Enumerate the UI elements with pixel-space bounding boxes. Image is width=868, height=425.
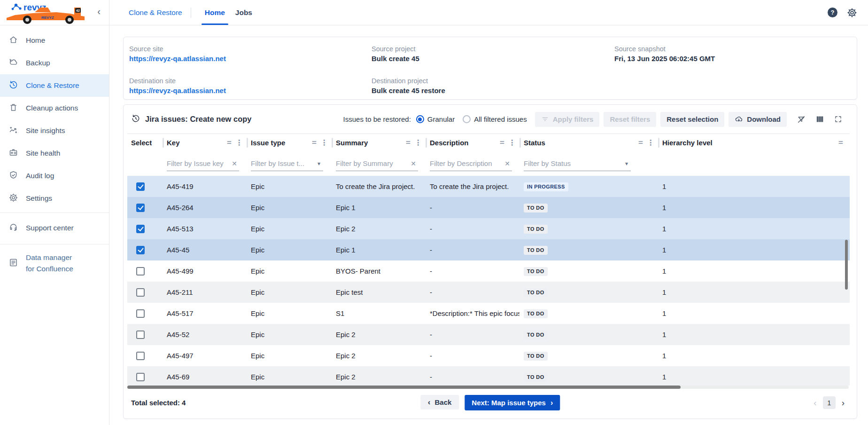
horizontal-scrollbar-thumb[interactable] [127, 386, 681, 389]
sidebar-item-home[interactable]: Home [0, 29, 109, 52]
table-row[interactable]: A45-513 Epic Epic 2 - TO DO 1 [127, 218, 850, 239]
cell-summary: Epic test [332, 288, 426, 296]
row-checkbox[interactable] [136, 182, 145, 191]
pagination: ‹ 1 › [814, 396, 845, 409]
table-row[interactable]: A45-211 Epic Epic test - TO DO 1 [127, 282, 850, 303]
table-row[interactable]: A45-517 Epic S1 *Description:* This epic… [127, 303, 850, 324]
table-row[interactable]: A45-419 Epic To create the Jira project.… [127, 176, 850, 197]
clear-filter-icon[interactable]: ✕ [503, 160, 512, 170]
cell-status: IN PROGRESS [519, 182, 658, 191]
columns-icon[interactable] [814, 113, 826, 126]
pagination-next-icon[interactable]: › [842, 398, 845, 408]
pagination-page-button[interactable]: 1 [823, 396, 836, 409]
table-row[interactable]: A45-52 Epic Epic 2 - TO DO 1 [127, 324, 850, 345]
back-button[interactable]: ‹Back [420, 395, 459, 409]
filter-input-status[interactable] [524, 159, 623, 171]
cell-key: A45-45 [163, 246, 247, 254]
cell-status: TO DO [519, 245, 658, 255]
column-header-select: Select [127, 134, 163, 151]
table-row[interactable]: A45-497 Epic Epic 2 - TO DO 1 [127, 345, 850, 366]
sidebar-item-label: Data manager for Confluence [26, 252, 78, 275]
history-icon [131, 114, 140, 125]
drag-handle-icon[interactable]: = [638, 138, 644, 148]
tab-home[interactable]: Home [200, 0, 230, 25]
radio-button[interactable] [463, 115, 471, 123]
column-menu-icon[interactable]: ⋮ [232, 138, 247, 147]
sidebar-item-site-health[interactable]: Site health [0, 142, 109, 165]
sidebar-item-data-manager-confluence[interactable]: Data manager for Confluence [0, 248, 109, 278]
caret-down-icon[interactable]: ▾ [623, 160, 631, 170]
status-badge: TO DO [524, 267, 548, 276]
history-icon [8, 80, 18, 92]
row-checkbox[interactable] [136, 204, 145, 212]
download-button[interactable]: Download [728, 112, 787, 127]
tab-jobs[interactable]: Jobs [230, 0, 257, 25]
column-separator [426, 138, 427, 148]
cell-status: TO DO [519, 330, 658, 339]
row-checkbox[interactable] [136, 225, 145, 233]
row-checkbox[interactable] [136, 373, 145, 381]
sidebar-item-support-center[interactable]: Support center [0, 217, 109, 239]
cell-status: TO DO [519, 351, 658, 361]
filter-input-key[interactable] [167, 159, 230, 171]
clear-filter-icon[interactable]: ✕ [230, 160, 239, 170]
sidebar-item-backup[interactable]: Backup [0, 52, 109, 74]
pagination-prev-icon[interactable]: ‹ [814, 398, 816, 408]
sidebar-collapse-button[interactable]: ‹ [97, 7, 101, 16]
sidebar-item-label: Clone & Restore [26, 81, 79, 90]
radio-granular[interactable]: Granular [416, 115, 455, 123]
filter-input-description[interactable] [430, 159, 503, 171]
fullscreen-icon[interactable] [832, 113, 845, 126]
drag-handle-icon[interactable]: = [500, 138, 505, 148]
table-row[interactable]: A45-264 Epic Epic 1 - TO DO 1 [127, 197, 850, 218]
row-checkbox[interactable] [136, 267, 145, 275]
reset-filters-button[interactable]: Reset filters [604, 112, 656, 127]
drag-handle-icon[interactable]: = [838, 138, 850, 148]
column-menu-icon[interactable]: ⋮ [411, 138, 426, 147]
drag-handle-icon[interactable]: = [312, 138, 318, 148]
radio-button[interactable] [416, 115, 424, 123]
table-row[interactable]: A45-69 Epic Epic 2 - TO DO 1 [127, 366, 850, 386]
table-row[interactable]: A45-45 Epic Epic 1 - TO DO 1 [127, 239, 850, 260]
sidebar-item-cleanup-actions[interactable]: Cleanup actions [0, 97, 109, 119]
status-badge: IN PROGRESS [524, 182, 568, 191]
destination-site-link[interactable]: https://revyz-qa.atlassian.net [129, 87, 372, 94]
sidebar-item-clone-restore[interactable]: Clone & Restore [0, 74, 109, 97]
reset-selection-button[interactable]: Reset selection [660, 112, 724, 127]
radio-all-filtered-issues[interactable]: All filtered issues [463, 115, 527, 123]
cell-select [127, 246, 163, 254]
help-icon[interactable]: ? [828, 8, 837, 17]
column-menu-icon[interactable]: ⋮ [505, 138, 519, 147]
column-menu-icon[interactable]: ⋮ [644, 138, 658, 147]
row-checkbox[interactable] [136, 331, 145, 339]
radio-label: Granular [427, 115, 455, 123]
filter-off-icon[interactable] [795, 113, 808, 126]
next-map-issue-types-button[interactable]: Next: Map issue types› [465, 395, 560, 410]
cell-description: - [426, 373, 519, 381]
row-checkbox[interactable] [136, 352, 145, 360]
cell-key: A45-52 [163, 331, 247, 338]
caret-down-icon[interactable]: ▾ [316, 160, 323, 170]
row-checkbox[interactable] [136, 309, 145, 318]
filter-input-issue-type[interactable] [251, 159, 316, 171]
sidebar-item-settings[interactable]: Settings [0, 187, 109, 210]
row-checkbox[interactable] [136, 246, 145, 254]
drag-handle-icon[interactable]: = [227, 138, 232, 148]
row-checkbox[interactable] [136, 288, 145, 297]
table-row[interactable]: A45-499 Epic BYOS- Parent - TO DO 1 [127, 260, 850, 282]
column-label: Description [430, 139, 469, 147]
settings-gear-icon[interactable] [847, 8, 857, 18]
drag-handle-icon[interactable]: = [406, 138, 411, 148]
column-separator [332, 138, 333, 148]
horizontal-scrollbar[interactable] [127, 386, 849, 389]
vertical-scrollbar-thumb[interactable] [845, 240, 848, 290]
sidebar-item-audit-log[interactable]: Audit log [0, 165, 109, 187]
source-site-link[interactable]: https://revyz-qa.atlassian.net [129, 55, 372, 63]
column-menu-icon[interactable]: ⋮ [318, 138, 332, 147]
sidebar-item-site-insights[interactable]: Site insights [0, 119, 109, 142]
breadcrumb[interactable]: Clone & Restore [129, 8, 182, 17]
filter-input-summary[interactable] [336, 159, 409, 171]
clear-filter-icon[interactable]: ✕ [409, 160, 418, 170]
radio-label: All filtered issues [474, 115, 527, 123]
apply-filters-button[interactable]: Apply filters [535, 112, 600, 127]
